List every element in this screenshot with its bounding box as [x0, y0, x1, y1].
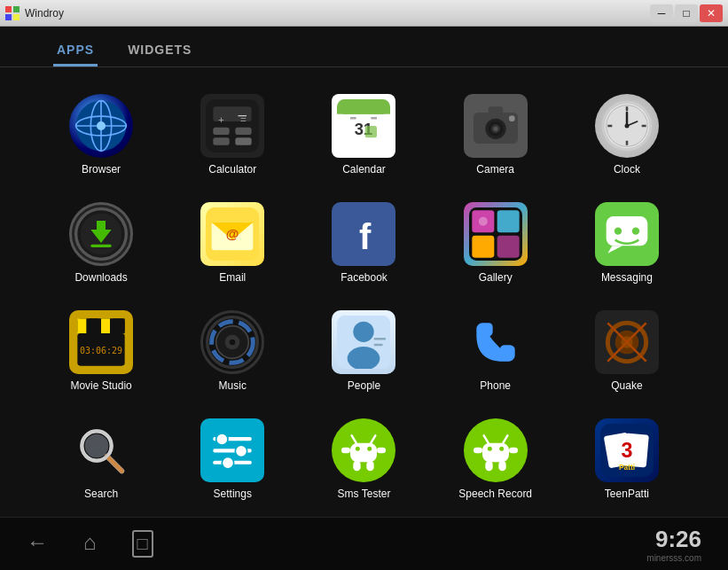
- svg-point-99: [236, 445, 247, 457]
- svg-rect-67: [77, 318, 86, 333]
- svg-point-64: [632, 228, 639, 235]
- svg-text:=: =: [240, 113, 247, 125]
- facebook-icon: f: [332, 202, 395, 266]
- minimize-button[interactable]: ─: [650, 4, 673, 22]
- svg-rect-2: [5, 14, 12, 20]
- svg-line-92: [107, 457, 122, 472]
- svg-rect-15: [214, 137, 230, 144]
- clock-label: Clock: [614, 163, 640, 176]
- title-bar-left: Windroy: [5, 6, 64, 20]
- phone-icon: [464, 310, 528, 374]
- app-camera[interactable]: Camera: [430, 85, 561, 184]
- app-facebook[interactable]: f Facebook: [298, 193, 429, 293]
- svg-rect-32: [488, 106, 503, 113]
- svg-rect-16: [236, 137, 252, 144]
- app-settings[interactable]: Settings: [167, 410, 298, 509]
- svg-text:Patti: Patti: [619, 463, 635, 472]
- downloads-icon: [69, 202, 133, 266]
- svg-rect-69: [101, 318, 110, 333]
- calculator-icon: ─ + =: [200, 94, 264, 158]
- svg-rect-23: [350, 117, 356, 120]
- app-people[interactable]: People: [298, 301, 429, 401]
- music-icon: [200, 310, 264, 374]
- app-teenpatti[interactable]: 3 Patti TeenPatti: [561, 410, 693, 509]
- people-label: People: [348, 379, 380, 392]
- quake-icon: [595, 310, 659, 374]
- phone-label: Phone: [480, 379, 511, 392]
- watermark: minersss.com: [646, 553, 701, 563]
- app-sms-tester[interactable]: Sms Tester: [298, 410, 429, 509]
- close-button[interactable]: ✕: [700, 4, 723, 22]
- calculator-label: Calculator: [208, 163, 256, 176]
- app-movie-studio[interactable]: 03:06:29 Movie Studio: [35, 301, 167, 401]
- camera-icon: [464, 94, 528, 158]
- app-clock[interactable]: Clock: [561, 85, 693, 184]
- app-speech-record[interactable]: Speech Record: [430, 410, 561, 509]
- email-icon: @: [200, 202, 264, 266]
- app-quake[interactable]: Quake: [561, 301, 693, 401]
- app-calendar[interactable]: 31 Calendar: [298, 85, 429, 184]
- movie-studio-icon: 03:06:29: [69, 310, 133, 374]
- app-downloads[interactable]: Downloads: [35, 193, 167, 293]
- sms-tester-icon: [332, 418, 395, 482]
- svg-rect-112: [482, 443, 509, 463]
- back-button[interactable]: ←: [27, 530, 48, 558]
- svg-point-76: [230, 340, 236, 346]
- home-button[interactable]: ⌂: [83, 530, 97, 558]
- svg-rect-108: [377, 448, 386, 454]
- svg-point-43: [624, 124, 629, 129]
- svg-rect-102: [350, 443, 377, 463]
- app-email[interactable]: @ Email: [167, 193, 298, 293]
- svg-rect-61: [607, 216, 648, 246]
- svg-point-63: [614, 228, 622, 235]
- speech-record-label: Speech Record: [458, 488, 532, 500]
- svg-text:f: f: [359, 217, 372, 256]
- svg-point-100: [223, 457, 234, 469]
- calendar-icon: 31: [332, 94, 395, 158]
- svg-rect-119: [485, 461, 492, 472]
- app-gallery[interactable]: Gallery: [430, 193, 561, 293]
- app-messaging[interactable]: Messaging: [561, 193, 693, 293]
- svg-rect-82: [374, 344, 383, 347]
- svg-text:3: 3: [621, 439, 632, 462]
- settings-label: Settings: [214, 488, 252, 500]
- svg-point-113: [488, 447, 492, 451]
- people-icon: [332, 310, 395, 374]
- svg-point-103: [356, 447, 360, 451]
- recents-button[interactable]: □: [132, 530, 153, 558]
- svg-rect-3: [13, 14, 20, 20]
- gallery-label: Gallery: [479, 271, 513, 284]
- app-logo-icon: [5, 6, 20, 20]
- svg-point-9: [97, 121, 106, 130]
- svg-rect-56: [497, 210, 519, 232]
- maximize-button[interactable]: □: [675, 4, 698, 22]
- svg-rect-58: [497, 236, 519, 258]
- svg-point-104: [368, 447, 372, 451]
- sms-tester-label: Sms Tester: [338, 488, 391, 500]
- app-calculator[interactable]: ─ + = Calculator: [167, 85, 298, 184]
- search-label: Search: [84, 488, 118, 500]
- app-music[interactable]: Music: [167, 301, 298, 401]
- svg-text:+: +: [218, 113, 224, 125]
- svg-rect-68: [90, 318, 98, 333]
- app-browser[interactable]: Browser: [35, 85, 167, 184]
- tab-apps[interactable]: APPS: [53, 35, 98, 66]
- tab-widgets[interactable]: WIDGETS: [124, 35, 195, 66]
- music-label: Music: [219, 379, 247, 392]
- nav-buttons: ← ⌂ □: [27, 530, 153, 558]
- svg-rect-107: [341, 448, 350, 454]
- svg-rect-57: [472, 236, 494, 258]
- quake-label: Quake: [611, 379, 642, 392]
- apps-grid: Browser ─ + = Calculator: [0, 67, 728, 517]
- movie-studio-label: Movie Studio: [70, 379, 131, 392]
- svg-rect-70: [113, 318, 124, 333]
- svg-rect-0: [5, 6, 12, 12]
- svg-rect-118: [509, 448, 518, 454]
- svg-point-114: [499, 447, 504, 451]
- calendar-label: Calendar: [342, 163, 386, 176]
- svg-rect-110: [367, 461, 374, 472]
- app-search[interactable]: Search: [35, 410, 167, 509]
- app-phone[interactable]: Phone: [430, 301, 561, 401]
- teenpatti-icon: 3 Patti: [595, 418, 659, 482]
- messaging-label: Messaging: [601, 271, 653, 284]
